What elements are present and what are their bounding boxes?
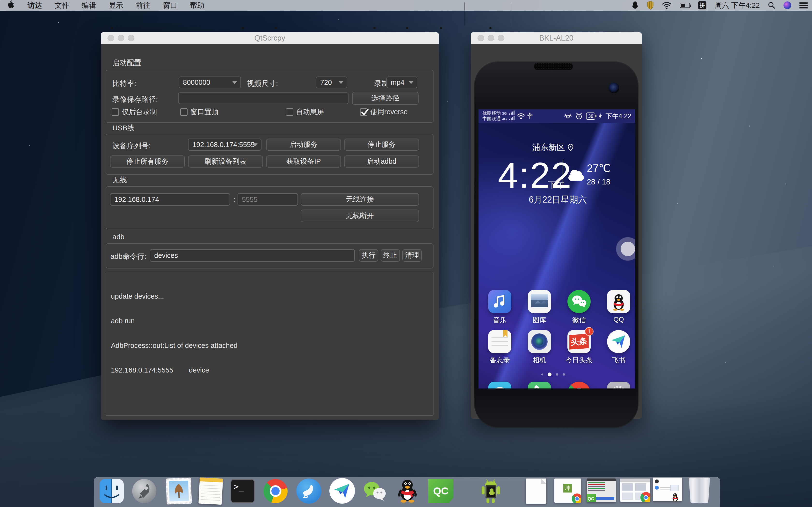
adb-log-output[interactable]: update devices... adb run AdbProcess::ou… bbox=[106, 272, 434, 416]
start-service-button[interactable]: 启动服务 bbox=[266, 138, 341, 151]
video-size-select[interactable]: 720 bbox=[316, 76, 347, 88]
dock-code-window-thumbnail[interactable]: QC bbox=[587, 478, 616, 502]
phone-screen[interactable]: 优酷移动 3G 中国联通 4G bbox=[478, 109, 635, 388]
dock-qc-app[interactable]: QC bbox=[428, 479, 452, 503]
carrier-1: 优酷移动 bbox=[483, 111, 501, 116]
log-line: update devices... bbox=[111, 292, 428, 300]
assistive-floating-ball[interactable] bbox=[621, 242, 635, 256]
dock-seal-app[interactable] bbox=[296, 478, 320, 503]
app-label: 备忘录 bbox=[481, 356, 518, 365]
menu-window[interactable]: 窗口 bbox=[157, 0, 184, 11]
location-widget[interactable]: 浦东新区 bbox=[532, 142, 574, 153]
app-wechat[interactable]: 微信 bbox=[561, 290, 597, 325]
chevron-down-icon bbox=[409, 81, 413, 84]
dock-browser-window-thumbnail[interactable] bbox=[620, 478, 650, 502]
qtscrcpy-titlebar[interactable]: QtScrcpy bbox=[101, 32, 439, 44]
app-music[interactable]: 音乐 bbox=[481, 290, 518, 325]
menu-file[interactable]: 文件 bbox=[48, 0, 75, 11]
menu-view[interactable]: 显示 bbox=[102, 0, 130, 11]
dock-feishu[interactable] bbox=[329, 478, 354, 502]
dock-launchpad[interactable] bbox=[132, 479, 156, 503]
dock-trash[interactable] bbox=[688, 477, 712, 502]
wireless-ip-input[interactable] bbox=[110, 193, 230, 206]
app-qq[interactable]: QQ bbox=[601, 290, 635, 323]
android-robot-icon bbox=[477, 478, 504, 504]
signal-bars-icon bbox=[509, 111, 514, 115]
eye-comfort-icon bbox=[564, 113, 572, 119]
dock-terminal[interactable]: >_ bbox=[231, 479, 255, 503]
app-notes[interactable]: 备忘录 bbox=[481, 330, 518, 365]
device-serial-select[interactable]: 192.168.0.174:5555 bbox=[188, 138, 261, 151]
wireless-connect-button[interactable]: 无线连接 bbox=[301, 193, 419, 206]
app-settings[interactable]: 设置 bbox=[601, 382, 635, 388]
running-indicator bbox=[489, 27, 492, 29]
dock-chrome-page-thumbnail[interactable]: 坤 bbox=[554, 478, 581, 503]
siri-icon[interactable] bbox=[783, 0, 791, 11]
dock-mail[interactable] bbox=[166, 478, 191, 502]
menu-edit[interactable]: 编辑 bbox=[75, 0, 102, 11]
app-gallery[interactable]: 图库 bbox=[521, 290, 558, 325]
menu-finder[interactable]: 访达 bbox=[21, 0, 48, 11]
dock-chrome[interactable] bbox=[263, 479, 288, 503]
choose-path-button[interactable]: 选择路径 bbox=[352, 92, 418, 105]
dock-document-thumbnail[interactable] bbox=[526, 478, 546, 504]
video-size-label: 视频尺寸: bbox=[247, 79, 278, 89]
battery-status-icon[interactable] bbox=[680, 0, 690, 11]
app-feishu[interactable]: 飞书 bbox=[601, 330, 635, 365]
shield-status-icon[interactable] bbox=[647, 0, 654, 11]
adb-stop-button[interactable]: 终止 bbox=[380, 249, 400, 262]
running-indicator bbox=[274, 27, 277, 29]
widget-date[interactable]: 6月22日星期六 bbox=[529, 194, 587, 206]
checkbox-bg-record[interactable]: 仅后台录制 bbox=[112, 107, 157, 117]
app-label: 今日头条 bbox=[561, 356, 597, 365]
checkbox-box[interactable] bbox=[112, 108, 119, 116]
menu-bar-clock[interactable]: 周六 下午4:22 bbox=[715, 0, 760, 11]
dock-notes[interactable] bbox=[199, 478, 223, 502]
notification-center-icon[interactable] bbox=[800, 0, 808, 11]
app-messages[interactable]: 信息 bbox=[481, 382, 518, 388]
stop-service-button[interactable]: 停止服务 bbox=[344, 138, 419, 151]
app-dialer[interactable]: 拨号 bbox=[521, 382, 558, 388]
record-format-select[interactable]: mp4 bbox=[387, 76, 417, 88]
location-pin-icon bbox=[567, 144, 574, 151]
dock-qq-window-thumbnail[interactable] bbox=[653, 477, 682, 501]
widget-temperature[interactable]: 27℃ bbox=[587, 162, 610, 174]
refresh-device-list-button[interactable]: 刷新设备列表 bbox=[188, 156, 263, 168]
bitrate-select[interactable]: 8000000 bbox=[179, 76, 241, 88]
menu-help[interactable]: 帮助 bbox=[184, 0, 211, 11]
window-title: QtScrcpy bbox=[101, 32, 439, 44]
dock-finder[interactable] bbox=[100, 479, 124, 503]
apple-menu[interactable] bbox=[0, 0, 21, 11]
dock-qq[interactable] bbox=[395, 477, 419, 502]
app-toutiao[interactable]: 头条 1 今日头条 bbox=[561, 330, 597, 365]
wireless-disconnect-button[interactable]: 无线断开 bbox=[301, 210, 419, 222]
checkbox-box[interactable] bbox=[180, 108, 188, 116]
phone-window-titlebar[interactable]: BKL-AL20 bbox=[471, 32, 642, 44]
checkbox-box-checked[interactable] bbox=[360, 108, 367, 116]
spotlight-search-icon[interactable] bbox=[768, 0, 775, 11]
stop-all-services-button[interactable]: 停止所有服务 bbox=[110, 156, 185, 168]
wireless-port-input[interactable] bbox=[238, 193, 298, 206]
checkbox-use-reverse[interactable]: 使用reverse bbox=[360, 107, 408, 117]
adb-command-input[interactable] bbox=[150, 249, 355, 262]
checkbox-auto-screen-off[interactable]: 自动息屏 bbox=[286, 107, 324, 117]
phone-window-body: 优酷移动 3G 中国联通 4G bbox=[471, 44, 642, 419]
app-label: 图库 bbox=[521, 316, 558, 325]
qq-status-icon[interactable] bbox=[631, 0, 639, 11]
widget-clock-ampm: 下午 bbox=[548, 179, 564, 190]
dock-wechat[interactable] bbox=[362, 478, 386, 503]
checkbox-window-topmost[interactable]: 窗口置顶 bbox=[180, 107, 218, 117]
checkbox-box[interactable] bbox=[286, 108, 293, 116]
app-camera[interactable]: 相机 bbox=[521, 330, 558, 365]
record-path-input[interactable] bbox=[178, 93, 349, 104]
wifi-status-icon[interactable] bbox=[662, 0, 672, 11]
checkbox-label: 仅后台录制 bbox=[122, 107, 157, 117]
adb-run-button[interactable]: 执行 bbox=[359, 249, 378, 262]
start-adbd-button[interactable]: 启动adbd bbox=[344, 156, 419, 168]
adb-clear-button[interactable]: 清理 bbox=[402, 249, 422, 262]
get-device-ip-button[interactable]: 获取设备IP bbox=[266, 156, 341, 168]
input-method-icon[interactable]: 拼 bbox=[698, 0, 706, 11]
app-chrome[interactable]: Chrome bbox=[561, 382, 597, 388]
dock-qtscrcpy[interactable] bbox=[477, 478, 501, 502]
menu-go[interactable]: 前往 bbox=[130, 0, 157, 11]
